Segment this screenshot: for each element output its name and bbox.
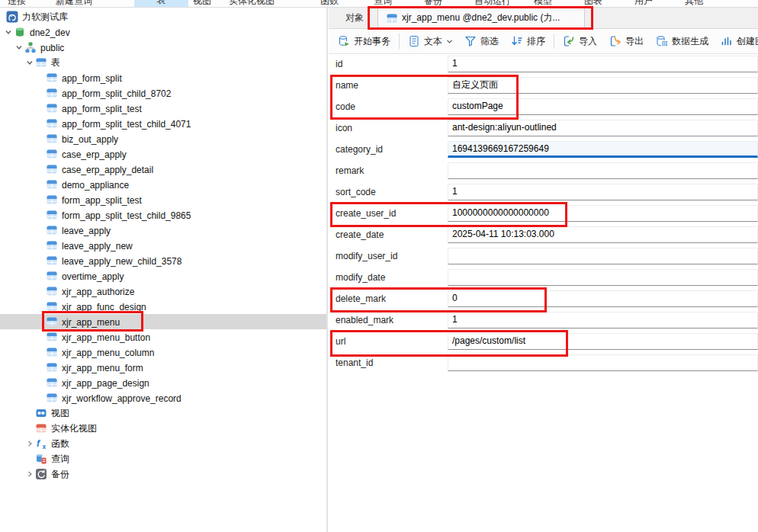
- main-toolbar-item-模型[interactable]: 模型: [534, 0, 552, 8]
- field-input-url[interactable]: /pages/custom/list: [448, 333, 758, 350]
- svg-text:f: f: [37, 438, 40, 449]
- main-toolbar-item-备份[interactable]: 备份: [424, 0, 442, 8]
- tree-item-dne2_dev[interactable]: dne2_dev: [0, 24, 326, 40]
- toolbar-button-文本[interactable]: 文本: [402, 31, 458, 51]
- field-input-modify_date[interactable]: [448, 269, 758, 286]
- tree-item-demo_appliance[interactable]: demo_appliance: [0, 177, 326, 192]
- field-row-modify_date: modify_date: [329, 268, 758, 289]
- field-input-create_date[interactable]: 2025-04-11 10:13:03.000: [448, 226, 758, 243]
- field-row-sort_code: sort_code1: [329, 182, 758, 204]
- toolbar-separator: [399, 34, 400, 49]
- tree-item-xjr_app_func_design[interactable]: xjr_app_func_design: [0, 299, 326, 314]
- field-input-delete_mark[interactable]: 0: [448, 290, 758, 307]
- chevron-right-icon[interactable]: [24, 470, 35, 479]
- main-toolbar-item-用户[interactable]: 用户: [634, 0, 653, 8]
- table-icon: [46, 285, 58, 297]
- field-input-tenant_id[interactable]: [448, 354, 758, 371]
- tree-item-leave_apply_new_child_3578[interactable]: leave_apply_new_child_3578: [0, 253, 326, 268]
- tree-item-case_erp_apply[interactable]: case_erp_apply: [0, 146, 326, 162]
- tree-item-leave_apply_new[interactable]: leave_apply_new: [0, 238, 326, 253]
- tree-item-label: overtime_apply: [62, 271, 124, 282]
- tree-item-overtime_apply[interactable]: overtime_apply: [0, 268, 326, 284]
- chevron-down-icon[interactable]: [14, 43, 24, 52]
- tree-item-app_form_split_child_8702[interactable]: app_form_split_child_8702: [0, 85, 326, 101]
- dropdown-caret-icon[interactable]: [447, 40, 452, 43]
- main-toolbar-item-实体化视图[interactable]: 实体化视图: [229, 0, 275, 8]
- tree-item-label: xjr_app_func_design: [62, 301, 146, 312]
- toolbar-button-排序[interactable]: 排序: [505, 31, 551, 51]
- content-panel: 对象 xjr_app_menu @dne2_dev.public (力... 开…: [329, 8, 758, 532]
- tree-item-xjr_workflow_approve_record[interactable]: xjr_workflow_approve_record: [0, 390, 326, 405]
- tree-item-查询[interactable]: 查询: [0, 451, 326, 466]
- toolbar-button-导出[interactable]: 导出: [603, 31, 650, 51]
- field-row-icon: iconant-design:aliyun-outlined: [329, 118, 758, 139]
- toolbar-button-筛选[interactable]: 筛选: [458, 31, 505, 51]
- field-row-name: name自定义页面: [329, 75, 758, 97]
- toolbar-button-导入[interactable]: 导入: [557, 31, 603, 51]
- tree-item-label: app_form_split_test: [62, 103, 142, 114]
- main-toolbar-item-其他[interactable]: 其他: [685, 0, 703, 8]
- tree-item-label: case_erp_apply: [62, 149, 127, 160]
- field-input-name[interactable]: 自定义页面: [448, 77, 758, 94]
- text-view-icon: [408, 35, 420, 47]
- tree-item-label: 函数: [51, 437, 69, 450]
- toolbar-button-创建图表[interactable]: 创建图表: [715, 31, 758, 51]
- field-input-code[interactable]: customPage: [448, 98, 758, 115]
- tree-item-xjr_app_authorize[interactable]: xjr_app_authorize: [0, 284, 326, 299]
- tree-item-xjr_app_menu[interactable]: xjr_app_menu: [0, 314, 326, 329]
- toolbar-button-开始事务[interactable]: 开始事务: [332, 31, 397, 51]
- chevron-right-icon[interactable]: [24, 439, 35, 448]
- tree-item-leave_apply[interactable]: leave_apply: [0, 223, 326, 238]
- table-icon: [46, 239, 58, 252]
- field-input-create_user_id[interactable]: 1000000000000000000: [448, 205, 758, 222]
- field-input-category_id[interactable]: 1694139669167259649: [448, 141, 758, 158]
- tree-item-biz_out_apply[interactable]: biz_out_apply: [0, 131, 326, 146]
- field-input-remark[interactable]: [448, 162, 758, 179]
- chevron-down-icon[interactable]: [24, 58, 35, 67]
- field-label-modify_user_id: modify_user_id: [329, 246, 448, 268]
- svg-text:x: x: [43, 443, 47, 450]
- tree-item-label: form_app_split_test_child_9865: [62, 210, 191, 221]
- main-toolbar-item-自动运行[interactable]: 自动运行: [474, 0, 511, 8]
- database-icon: [14, 26, 26, 38]
- field-input-modify_user_id[interactable]: [448, 248, 758, 264]
- tree-item-label: public: [40, 42, 64, 53]
- field-input-enabled_mark[interactable]: 1: [448, 312, 758, 328]
- field-input-icon[interactable]: ant-design:aliyun-outlined: [448, 120, 758, 136]
- field-input-sort_code[interactable]: 1: [448, 184, 758, 200]
- tree-item-力软测试库[interactable]: 力软测试库: [0, 9, 326, 24]
- tree-item-form_app_split_test_child_9865[interactable]: form_app_split_test_child_9865: [0, 207, 326, 223]
- toolbar-button-数据生成[interactable]: 数据生成: [650, 31, 715, 51]
- tree-item-视图[interactable]: 视图: [0, 405, 326, 421]
- table-icon: [46, 148, 58, 160]
- toolbar-button-label: 开始事务: [354, 35, 390, 48]
- tree-item-备份[interactable]: 备份: [0, 466, 326, 482]
- tree-item-xjr_app_menu_button[interactable]: xjr_app_menu_button: [0, 329, 326, 345]
- main-toolbar-item-视图[interactable]: 视图: [193, 0, 211, 8]
- tree-item-case_erp_apply_detail[interactable]: case_erp_apply_detail: [0, 162, 326, 177]
- tab-xjr-app-menu[interactable]: xjr_app_menu @dne2_dev.public (力...: [377, 8, 585, 28]
- main-toolbar-item-查询[interactable]: 查询: [374, 0, 392, 8]
- tree-item-实体化视图[interactable]: 实体化视图: [0, 421, 326, 436]
- main-toolbar-item-新建查询[interactable]: 新建查询: [56, 0, 92, 8]
- tree-item-xjr_app_menu_form[interactable]: xjr_app_menu_form: [0, 360, 326, 375]
- tree-item-form_app_split_test[interactable]: form_app_split_test: [0, 192, 326, 207]
- tree-item-xjr_app_page_design[interactable]: xjr_app_page_design: [0, 375, 326, 390]
- tree-item-app_form_split_test_child_4071[interactable]: app_form_split_test_child_4071: [0, 116, 326, 131]
- tree-item-函数[interactable]: fx函数: [0, 436, 326, 451]
- table-icon: [46, 117, 58, 130]
- main-toolbar-item-表[interactable]: 表: [134, 0, 188, 8]
- tree-item-表[interactable]: 表: [0, 55, 326, 70]
- tree-item-public[interactable]: public: [0, 40, 326, 55]
- tree-item-app_form_split_test[interactable]: app_form_split_test: [0, 101, 326, 116]
- table-icon: [46, 72, 58, 84]
- postgres-connection-icon: [6, 11, 18, 23]
- main-toolbar-item-函数[interactable]: 函数: [320, 0, 339, 8]
- field-input-id[interactable]: 1: [448, 56, 758, 72]
- main-toolbar-item-连接[interactable]: 连接: [8, 0, 26, 8]
- tree-item-app_form_split[interactable]: app_form_split: [0, 70, 326, 85]
- main-toolbar-item-图表[interactable]: 图表: [584, 0, 602, 8]
- tab-objects[interactable]: 对象: [335, 8, 374, 28]
- chevron-down-icon[interactable]: [3, 27, 14, 37]
- tree-item-xjr_app_menu_column[interactable]: xjr_app_menu_column: [0, 345, 326, 360]
